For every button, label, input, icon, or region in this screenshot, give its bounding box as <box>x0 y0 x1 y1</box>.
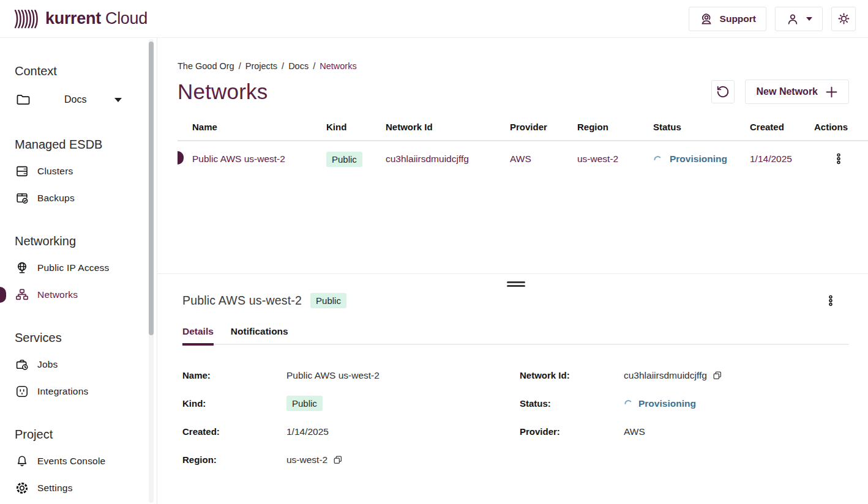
detail-label-status: Status: <box>520 398 624 409</box>
drag-bar <box>507 281 525 283</box>
detail-label-created: Created: <box>182 426 286 437</box>
detail-value-network-id: cu3hlaiirsdmuidcjffg <box>624 370 849 381</box>
cell-name: Public AWS us-west-2 <box>192 154 326 165</box>
briefcase-clock-icon <box>15 357 29 372</box>
networks-icon <box>15 287 29 302</box>
cell-region: us-west-2 <box>577 154 653 165</box>
col-header-actions: Actions <box>814 122 868 132</box>
detail-value-region: us-west-2 <box>286 454 520 465</box>
detail-label-region: Region: <box>182 454 286 465</box>
breadcrumb-projects[interactable]: Projects <box>245 61 277 71</box>
refresh-button[interactable] <box>711 80 735 103</box>
panel-title-row: Public AWS us-west-2 Public <box>182 292 849 309</box>
breadcrumb-org[interactable]: The Good Org <box>178 61 234 71</box>
section-heading-project: Project <box>15 427 157 442</box>
col-header-network-id: Network Id <box>386 122 510 132</box>
detail-label-kind: Kind: <box>182 398 286 409</box>
section-heading-context: Context <box>15 64 157 78</box>
detail-value-status: Provisioning <box>624 398 849 409</box>
cell-network-id: cu3hlaiirsdmuidcjffg <box>386 154 510 165</box>
new-network-button[interactable]: New Network <box>745 80 849 104</box>
region-text: us-west-2 <box>286 454 327 465</box>
sidebar-item-clusters[interactable]: Clusters <box>0 158 157 185</box>
section-heading-networking: Networking <box>15 234 157 248</box>
project-context-selector[interactable]: Docs <box>0 84 157 115</box>
page-title: Networks <box>178 78 268 105</box>
col-header-region: Region <box>577 122 653 132</box>
gear-icon <box>15 481 29 495</box>
logo-secondary: Cloud <box>105 9 148 28</box>
breadcrumb-separator: / <box>282 61 284 71</box>
logo-waves-icon <box>13 9 39 29</box>
row-actions-menu-button[interactable] <box>830 150 847 168</box>
backups-icon <box>15 191 29 206</box>
sidebar-item-settings[interactable]: Settings <box>0 475 157 502</box>
support-icon <box>699 12 714 26</box>
page-title-row: Networks New Network <box>178 78 849 105</box>
col-header-provider: Provider <box>510 122 577 132</box>
support-button[interactable]: Support <box>689 7 766 31</box>
detail-kind-badge: Public <box>286 396 323 411</box>
spinner-icon <box>653 155 662 164</box>
detail-status-text: Provisioning <box>638 398 696 409</box>
bell-icon <box>15 454 29 469</box>
sidebar-item-networks[interactable]: Networks <box>0 281 157 308</box>
logo-primary: kurrent <box>45 9 101 28</box>
plus-icon <box>826 86 837 98</box>
app-window: kurrentCloud Support <box>0 0 868 504</box>
breadcrumb-current[interactable]: Networks <box>320 61 356 71</box>
breadcrumb: The Good Org/Projects/Docs/Networks <box>178 61 868 71</box>
copy-region-button[interactable] <box>333 455 343 465</box>
detail-label-network-id: Network Id: <box>520 370 624 380</box>
user-menu-button[interactable] <box>775 7 823 31</box>
refresh-icon <box>716 85 730 98</box>
sidebar-item-jobs[interactable]: Jobs <box>0 351 157 378</box>
user-icon <box>785 12 800 26</box>
sun-icon <box>837 12 851 26</box>
sidebar-item-public-ip-access[interactable]: Public IP Access <box>0 254 157 281</box>
detail-value-created: 1/14/2025 <box>286 426 520 437</box>
network-id-text: cu3hlaiirsdmuidcjffg <box>624 370 707 381</box>
panel-resize-handle[interactable] <box>507 281 525 287</box>
network-details-panel: Public AWS us-west-2 Public Details Noti… <box>157 281 868 474</box>
outlet-icon <box>15 384 29 399</box>
networks-table: Name Kind Network Id Provider Region Sta… <box>178 122 868 177</box>
networks-list-section: The Good Org/Projects/Docs/Networks Netw… <box>157 61 868 274</box>
copy-network-id-button[interactable] <box>713 371 722 380</box>
detail-value-kind: Public <box>286 396 520 411</box>
cell-provider: AWS <box>510 154 577 165</box>
tab-details[interactable]: Details <box>182 326 214 344</box>
section-heading-services: Services <box>15 330 157 345</box>
sidebar-item-label: Public IP Access <box>37 262 110 273</box>
section-heading-managed-esdb: Managed ESDB <box>15 137 157 152</box>
sidebar-item-events-console[interactable]: Events Console <box>0 448 157 475</box>
page-actions: New Network <box>711 80 849 104</box>
panel-tabs: Details Notifications <box>182 326 849 345</box>
cell-status: Provisioning <box>653 154 750 165</box>
kurrent-cloud-logo[interactable]: kurrentCloud <box>13 9 148 29</box>
col-header-name: Name <box>192 122 326 132</box>
tab-notifications[interactable]: Notifications <box>231 326 288 344</box>
sidebar-scrollbar-thumb[interactable] <box>149 42 154 335</box>
logo-text: kurrentCloud <box>45 9 148 28</box>
folder-icon <box>15 92 32 108</box>
sidebar-item-backups[interactable]: Backups <box>0 185 157 212</box>
header-actions: Support <box>689 7 856 31</box>
table-row[interactable]: Public AWS us-west-2 Public cu3hlaiirsdm… <box>178 141 868 177</box>
panel-actions-menu-button[interactable] <box>822 292 839 309</box>
col-header-created: Created <box>750 122 814 132</box>
sidebar-scrollbar-track <box>149 39 154 503</box>
sidebar-item-label: Settings <box>37 483 73 494</box>
cell-created: 1/14/2025 <box>750 154 814 165</box>
breadcrumb-project-docs[interactable]: Docs <box>288 61 309 71</box>
table-header-row: Name Kind Network Id Provider Region Sta… <box>178 122 868 140</box>
theme-toggle-button[interactable] <box>831 7 856 31</box>
clusters-icon <box>15 164 29 179</box>
panel-title: Public AWS us-west-2 <box>182 294 302 308</box>
col-header-kind: Kind <box>326 122 386 132</box>
details-grid: Name: Public AWS us-west-2 Network Id: c… <box>182 361 849 474</box>
sidebar-item-label: Networks <box>37 289 78 300</box>
sidebar-item-integrations[interactable]: Integrations <box>0 378 157 405</box>
top-header: kurrentCloud Support <box>0 0 868 38</box>
spinner-icon <box>624 399 633 408</box>
